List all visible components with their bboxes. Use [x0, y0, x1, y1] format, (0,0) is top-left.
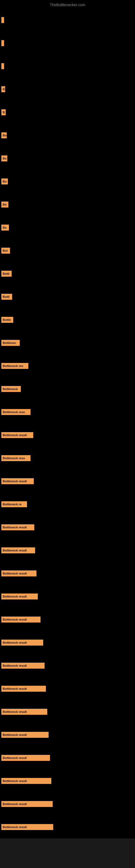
list-item: Bottleneck result: [1, 663, 45, 669]
list-item: Bo: [1, 132, 7, 138]
table-row: Bottleneck result: [0, 516, 135, 539]
table-row: Bottleneck re: [0, 493, 135, 516]
table-row: B: [0, 101, 135, 124]
table-row: Bottleneck result: [0, 424, 135, 446]
table-row: Bottleneck result: [0, 562, 135, 585]
table-row: Bottle: [0, 308, 135, 331]
main-container: TheBottlenecker.com BBBoBoBoBoBoBotBottl…: [0, 0, 135, 838]
table-row: Bottl: [0, 285, 135, 308]
list-item: Bottleneck result: [1, 547, 35, 553]
list-item: Bottleneck result: [1, 570, 37, 577]
table-row: Bottleneck result: [0, 631, 135, 654]
table-row: Bottleneck res: [0, 354, 135, 377]
table-row: Bottleneck result: [0, 746, 135, 769]
list-item: Bottleneck result: [1, 686, 46, 692]
list-item: Bot: [1, 248, 10, 254]
list-item: Bottleneck result: [1, 824, 53, 830]
table-row: Bottleneck result: [0, 677, 135, 700]
table-row: Bottleneck resu: [0, 400, 135, 424]
list-item: Bottleneck result: [1, 593, 38, 599]
list-item: Bottleneck result: [1, 801, 53, 807]
site-title: TheBottlenecker.com: [0, 0, 135, 8]
list-item: Bottleneck result: [1, 478, 34, 484]
list-item: [1, 40, 4, 46]
list-item: Bo: [1, 179, 8, 184]
table-row: Bottleneck result: [0, 608, 135, 631]
table-row: Bottleneck result: [0, 539, 135, 562]
list-item: Bottl: [1, 294, 12, 300]
list-item: Bottleneck resu: [1, 455, 31, 461]
list-item: [1, 63, 4, 69]
list-item: Bottleneck result: [1, 640, 43, 646]
table-row: Bottleneck: [0, 377, 135, 400]
list-item: Bottlenec: [1, 340, 20, 346]
list-item: Bottleneck result: [1, 732, 49, 738]
table-row: Bottleneck result: [0, 769, 135, 792]
table-row: [0, 31, 135, 55]
table-row: Bottleneck result: [0, 585, 135, 608]
table-row: Bottleneck result: [0, 469, 135, 493]
table-row: [0, 8, 135, 31]
table-row: Bo: [0, 216, 135, 239]
list-item: Bottleneck res: [1, 363, 28, 369]
table-row: Bo: [0, 193, 135, 216]
list-item: Bottleneck result: [1, 778, 51, 784]
table-row: Bo: [0, 170, 135, 193]
rows-container: BBBoBoBoBoBoBotBottlBottlBottleBottlenec…: [0, 8, 135, 838]
table-row: Bottleneck result: [0, 723, 135, 746]
list-item: Bottleneck result: [1, 709, 47, 715]
list-item: Bottleneck re: [1, 501, 27, 507]
list-item: Bottleneck result: [1, 617, 41, 622]
list-item: Bo: [1, 202, 8, 208]
list-item: Bo: [1, 225, 9, 230]
list-item: Bottleneck result: [1, 432, 33, 438]
list-item: Bottleneck result: [1, 755, 50, 761]
list-item: Bottleneck result: [1, 524, 34, 530]
table-row: Bottleneck result: [0, 815, 135, 838]
list-item: B: [1, 86, 5, 92]
table-row: Bottleneck result: [0, 700, 135, 723]
table-row: Bottlenec: [0, 331, 135, 354]
list-item: Bottl: [1, 271, 12, 277]
list-item: B: [1, 109, 6, 115]
table-row: Bottleneck resu: [0, 446, 135, 469]
list-item: Bottle: [1, 317, 13, 323]
table-row: Bo: [0, 147, 135, 170]
table-row: Bottleneck result: [0, 654, 135, 677]
table-row: Bottl: [0, 262, 135, 285]
table-row: Bot: [0, 239, 135, 262]
table-row: [0, 55, 135, 78]
table-row: Bottleneck result: [0, 792, 135, 815]
table-row: B: [0, 78, 135, 101]
list-item: Bottleneck resu: [1, 409, 31, 415]
list-item: Bo: [1, 155, 7, 161]
table-row: Bo: [0, 124, 135, 147]
list-item: Bottleneck: [1, 386, 21, 392]
list-item: [1, 17, 4, 23]
